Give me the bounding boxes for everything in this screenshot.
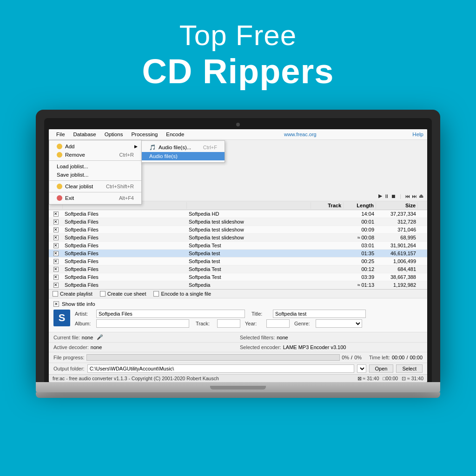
row-length: 00:12 — [344, 266, 376, 272]
title-line2: CD Rippers — [142, 52, 334, 91]
current-file-value: none — [82, 335, 93, 340]
dropdown-exit[interactable]: Exit Alt+F4 — [49, 194, 141, 202]
slash2: / — [406, 355, 408, 360]
row-title: Softpedia test slideshow — [187, 226, 311, 233]
pause-btn[interactable]: ⏸ — [384, 193, 389, 199]
row-title: Softpedia test slideshow — [187, 234, 311, 241]
artist-label: Artist: — [75, 311, 93, 317]
row-length: 03:39 — [344, 274, 376, 280]
table-row[interactable]: ✕ Softpedia Files Softpedia HD 14:04 37,… — [49, 210, 427, 218]
year-input[interactable] — [266, 319, 290, 328]
output-folder-input[interactable] — [87, 364, 354, 373]
col-track[interactable]: Track — [311, 202, 344, 209]
table-row[interactable]: ✕ Softpedia Files Softpedia test 01:35 4… — [49, 250, 427, 258]
show-title-checkbox[interactable]: ✕ — [53, 301, 59, 307]
separator1 — [49, 160, 141, 161]
create-cue-checkbox[interactable] — [100, 291, 106, 297]
title-label: Title: — [251, 311, 270, 317]
row-length: 00:25 — [344, 258, 376, 264]
col-size[interactable]: Size — [376, 202, 418, 209]
option-create-cue-sheet: Create cue sheet — [100, 291, 146, 297]
current-file-label: Current file: — [53, 335, 80, 340]
encode-single-checkbox[interactable] — [153, 291, 159, 297]
separator2 — [49, 180, 141, 181]
row-artist: Softpedia Files — [63, 211, 187, 217]
genre-label: Genre: — [294, 321, 313, 326]
output-folder-label: Output folder: — [53, 366, 85, 371]
help-link[interactable]: Help — [412, 132, 423, 137]
prev-btn[interactable]: ⏮ — [405, 193, 410, 199]
row-checkbox[interactable]: ✕ — [49, 234, 63, 241]
next-btn[interactable]: ⏭ — [412, 193, 417, 199]
genre-select[interactable] — [316, 319, 362, 328]
row-checkbox[interactable]: ✕ — [49, 266, 63, 272]
row-checkbox[interactable]: ✕ — [49, 274, 63, 280]
row-size: 371,046 — [376, 226, 418, 233]
active-decoder-value: none — [91, 344, 102, 350]
row-checkbox[interactable]: ✕ — [49, 282, 63, 288]
open-button[interactable]: Open — [369, 364, 394, 373]
create-playlist-checkbox[interactable] — [53, 291, 58, 297]
submenu-audio-files[interactable]: Audio file(s) — [142, 152, 225, 160]
row-size: 46,619,157 — [376, 250, 418, 257]
title-input[interactable] — [273, 310, 366, 318]
selected-filters-label: Selected filters: — [240, 335, 275, 340]
album-input[interactable] — [96, 319, 189, 328]
select-button[interactable]: Select — [396, 364, 423, 373]
artist-input[interactable] — [96, 310, 245, 318]
row-scroll — [418, 234, 427, 241]
menu-database[interactable]: Database — [70, 131, 100, 138]
dropdown-clear-joblist[interactable]: Clear joblist Ctrl+Shift+R — [49, 182, 141, 191]
table-row[interactable]: ✕ Softpedia Files Softpedia test 00:25 1… — [49, 258, 427, 265]
row-title: Softpedia test slideshow — [187, 218, 311, 225]
table-row[interactable]: ✕ Softpedia Files Softpedia test slidesh… — [49, 218, 427, 226]
selected-filters-value: none — [277, 335, 288, 340]
row-checkbox[interactable]: ✕ — [49, 258, 63, 264]
create-playlist-label: Create playlist — [60, 291, 93, 297]
row-length: 14:04 — [344, 211, 376, 217]
table-row[interactable]: ✕ Softpedia Files Softpedia ≈ 01:13 1,19… — [49, 281, 427, 289]
row-size: 1,006,499 — [376, 258, 418, 264]
menu-options[interactable]: Options — [101, 131, 127, 138]
row-scroll — [418, 258, 427, 264]
file-progress-pct: 0% — [342, 355, 349, 360]
time-right-value: 00:00 — [410, 355, 423, 360]
row-checkbox[interactable]: ✕ — [49, 242, 63, 249]
dropdown-remove[interactable]: Remove Ctrl+R — [49, 151, 141, 159]
row-size: 312,728 — [376, 218, 418, 225]
table-row[interactable]: ✕ Softpedia Files Softpedia Test 00:12 6… — [49, 265, 427, 273]
dropdown-load-joblist[interactable]: Load joblist... — [49, 162, 141, 171]
row-checkbox[interactable]: ✕ — [49, 218, 63, 225]
row-checkbox[interactable]: ✕ — [49, 250, 63, 257]
table-row[interactable]: ✕ Softpedia Files Softpedia Test 03:01 3… — [49, 242, 427, 250]
menu-encode[interactable]: Encode — [162, 131, 188, 138]
eject-btn[interactable]: ⏏ — [419, 193, 423, 199]
submenu-audio-files-shortcut[interactable]: 🎵 Audio file(s)... Ctrl+F — [142, 143, 225, 152]
track-input[interactable] — [217, 319, 240, 328]
output-folder-select[interactable]: ▼ — [357, 364, 366, 373]
row-title: Softpedia Test — [187, 242, 311, 249]
checkbox-icon: ✕ — [53, 275, 59, 280]
laptop-wrapper: File Database Options Processing Encode … — [36, 110, 440, 398]
checkbox-icon: ✕ — [53, 283, 59, 288]
menu-processing[interactable]: Processing — [127, 131, 161, 138]
laptop-body: File Database Options Processing Encode … — [36, 110, 440, 382]
row-checkbox[interactable]: ✕ — [49, 211, 63, 217]
table-row[interactable]: ✕ Softpedia Files Softpedia Test 03:39 3… — [49, 273, 427, 281]
table-row[interactable]: ✕ Softpedia Files Softpedia test slidesh… — [49, 234, 427, 242]
artist-row: Artist: Title: — [75, 310, 423, 318]
selected-encoder-label: Selected encoder: — [240, 344, 281, 350]
stop-btn[interactable]: ⏹ — [391, 193, 396, 199]
menu-items: File Database Options Processing Encode — [53, 131, 188, 138]
artist-icon: S — [53, 310, 70, 326]
table-row[interactable]: ✕ Softpedia Files Softpedia test slidesh… — [49, 226, 427, 234]
col-title[interactable] — [187, 202, 311, 209]
dropdown-add[interactable]: Add — [49, 142, 141, 151]
col-length[interactable]: Length — [344, 202, 376, 209]
menu-file[interactable]: File — [53, 131, 69, 138]
row-scroll — [418, 250, 427, 257]
play-btn[interactable]: ▶ — [378, 193, 382, 199]
dropdown-save-joblist[interactable]: Save joblist... — [49, 171, 141, 179]
checkbox-icon: ✕ — [53, 235, 59, 240]
row-checkbox[interactable]: ✕ — [49, 226, 63, 233]
